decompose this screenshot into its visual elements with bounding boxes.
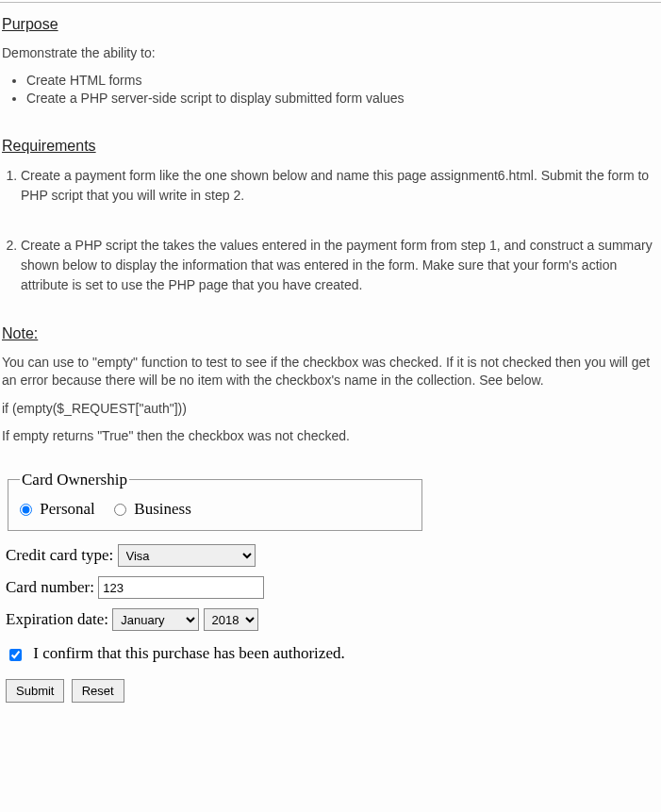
note-paragraph-1: You can use to "empty" function to test … bbox=[2, 354, 661, 390]
note-heading: Note: bbox=[2, 325, 661, 342]
purpose-list: Create HTML forms Create a PHP server-si… bbox=[0, 73, 661, 106]
note-code: if (empty($_REQUEST["auth"])) bbox=[2, 400, 661, 419]
list-item: Create a PHP script the takes the values… bbox=[21, 236, 661, 295]
card-ownership-fieldset: Card Ownership Personal Business bbox=[8, 471, 422, 531]
top-divider bbox=[0, 2, 661, 3]
card-number-input[interactable] bbox=[98, 576, 264, 599]
requirements-list: Create a payment form like the one shown… bbox=[0, 166, 661, 295]
expiration-label: Expiration date: bbox=[6, 610, 108, 628]
purpose-intro: Demonstrate the ability to: bbox=[2, 44, 661, 63]
card-ownership-legend: Card Ownership bbox=[20, 471, 129, 489]
note-paragraph-2: If empty returns "True" then the checkbo… bbox=[2, 427, 661, 446]
list-item: Create a payment form like the one shown… bbox=[21, 166, 661, 206]
card-number-label: Card number: bbox=[6, 578, 94, 596]
personal-radio[interactable] bbox=[20, 504, 32, 516]
ownership-radio-group: Personal Business bbox=[20, 499, 410, 519]
expiration-line: Expiration date: January 2018 bbox=[6, 608, 655, 631]
reset-button[interactable]: Reset bbox=[72, 679, 124, 703]
card-type-select[interactable]: Visa bbox=[118, 544, 256, 567]
confirm-checkbox[interactable] bbox=[9, 649, 22, 661]
requirements-heading: Requirements bbox=[2, 138, 661, 155]
expiration-year-select[interactable]: 2018 bbox=[204, 608, 258, 631]
card-number-line: Card number: bbox=[6, 576, 655, 599]
list-item: Create HTML forms bbox=[26, 73, 661, 88]
card-type-label: Credit card type: bbox=[6, 546, 113, 564]
expiration-month-select[interactable]: January bbox=[112, 608, 199, 631]
confirm-line: I confirm that this purchase has been au… bbox=[6, 644, 655, 664]
business-radio[interactable] bbox=[114, 504, 126, 516]
payment-form: Card Ownership Personal Business Credit … bbox=[0, 471, 661, 703]
button-row: Submit Reset bbox=[6, 679, 655, 703]
purpose-heading: Purpose bbox=[2, 16, 661, 33]
personal-label: Personal bbox=[40, 500, 95, 518]
submit-button[interactable]: Submit bbox=[6, 679, 64, 703]
card-type-line: Credit card type: Visa bbox=[6, 544, 655, 567]
business-label: Business bbox=[134, 500, 190, 518]
list-item: Create a PHP server-side script to displ… bbox=[26, 91, 661, 106]
confirm-label: I confirm that this purchase has been au… bbox=[33, 644, 344, 662]
